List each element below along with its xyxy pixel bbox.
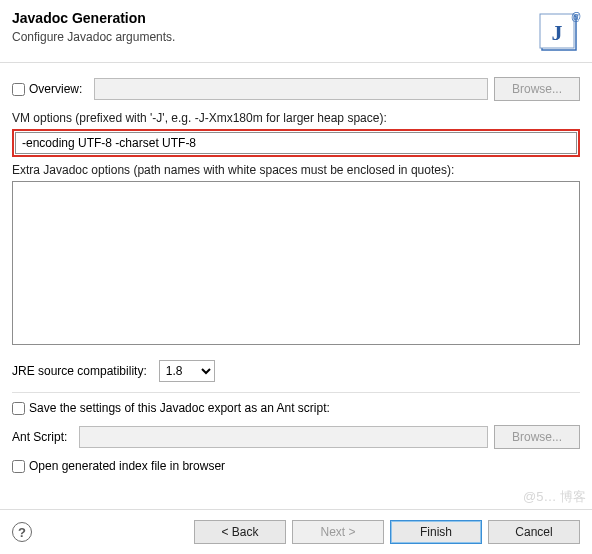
ant-browse-button[interactable]: Browse... xyxy=(494,425,580,449)
open-index-row: Open generated index file in browser xyxy=(12,459,580,473)
save-ant-label: Save the settings of this Javadoc export… xyxy=(29,401,330,415)
extra-options-textarea[interactable] xyxy=(12,181,580,345)
help-icon[interactable]: ? xyxy=(12,522,32,542)
page-title: Javadoc Generation xyxy=(12,10,580,26)
open-index-checkbox[interactable] xyxy=(12,460,25,473)
extra-options-label: Extra Javadoc options (path names with w… xyxy=(12,163,580,177)
overview-checkbox[interactable] xyxy=(12,83,25,96)
svg-text:J: J xyxy=(552,20,563,45)
finish-button[interactable]: Finish xyxy=(390,520,482,544)
svg-text:@: @ xyxy=(571,11,581,22)
dialog-body: Overview: Browse... VM options (prefixed… xyxy=(0,63,592,491)
vm-options-highlight xyxy=(12,129,580,157)
ant-script-input[interactable] xyxy=(79,426,488,448)
overview-input[interactable] xyxy=(94,78,488,100)
overview-browse-button[interactable]: Browse... xyxy=(494,77,580,101)
back-button[interactable]: < Back xyxy=(194,520,286,544)
ant-script-label: Ant Script: xyxy=(12,430,67,444)
overview-row: Overview: Browse... xyxy=(12,77,580,101)
next-button[interactable]: Next > xyxy=(292,520,384,544)
vm-options-input[interactable] xyxy=(15,132,577,154)
dialog-footer: ? < Back Next > Finish Cancel xyxy=(0,509,592,554)
separator xyxy=(12,392,580,393)
jre-source-select[interactable]: 1.8 xyxy=(159,360,215,382)
ant-script-row: Ant Script: Browse... xyxy=(12,425,580,449)
open-index-label: Open generated index file in browser xyxy=(29,459,225,473)
save-ant-checkbox[interactable] xyxy=(12,402,25,415)
dialog-header: Javadoc Generation Configure Javadoc arg… xyxy=(0,0,592,63)
vm-options-label: VM options (prefixed with '-J', e.g. -J-… xyxy=(12,111,580,125)
javadoc-icon: J @ xyxy=(538,6,584,52)
overview-label: Overview: xyxy=(29,82,82,96)
page-subtitle: Configure Javadoc arguments. xyxy=(12,30,580,44)
jre-row: JRE source compatibility: 1.8 xyxy=(12,360,580,382)
save-ant-row: Save the settings of this Javadoc export… xyxy=(12,401,580,415)
cancel-button[interactable]: Cancel xyxy=(488,520,580,544)
jre-label: JRE source compatibility: xyxy=(12,364,147,378)
